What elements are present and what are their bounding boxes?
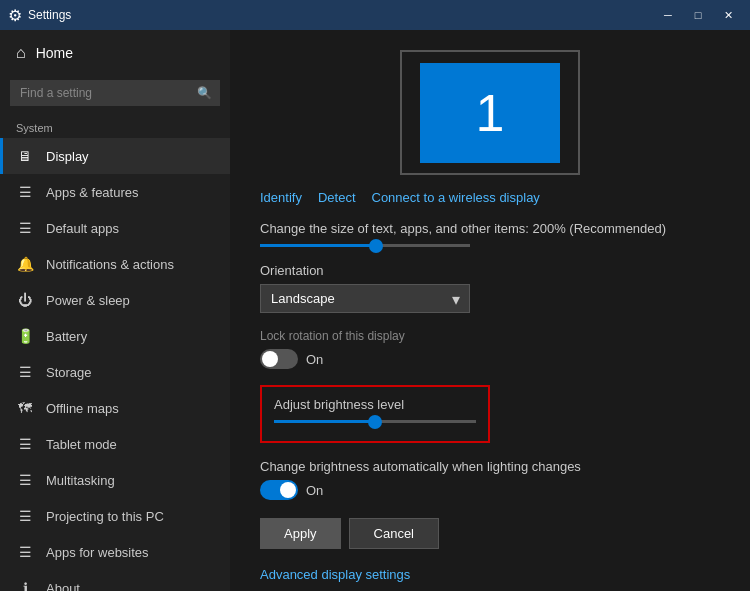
multitasking-icon: ☰ [16, 472, 34, 488]
auto-brightness-toggle-row: On [260, 480, 720, 500]
detect-link[interactable]: Detect [318, 190, 356, 205]
lock-rotation-toggle[interactable] [260, 349, 298, 369]
offline-maps-icon: 🗺 [16, 400, 34, 416]
sidebar-item-projecting[interactable]: ☰ Projecting to this PC [0, 498, 230, 534]
titlebar: ⚙ Settings ─ □ ✕ [0, 0, 750, 30]
brightness-slider-thumb [368, 415, 382, 429]
battery-icon: 🔋 [16, 328, 34, 344]
brightness-slider-fill [274, 420, 375, 423]
scale-slider-thumb [369, 239, 383, 253]
auto-brightness-toggle[interactable] [260, 480, 298, 500]
lock-rotation-label: Lock rotation of this display [260, 329, 720, 343]
sidebar-item-multitasking-label: Multitasking [46, 473, 115, 488]
sidebar-item-display[interactable]: 🖥 Display [0, 138, 230, 174]
lock-rotation-section: Lock rotation of this display On [260, 329, 720, 369]
action-buttons: Apply Cancel [260, 518, 720, 549]
display-links: Identify Detect Connect to a wireless di… [260, 190, 720, 205]
search-box: 🔍 [10, 80, 220, 106]
sidebar-item-tablet-label: Tablet mode [46, 437, 117, 452]
lock-toggle-row: On [260, 349, 720, 369]
orientation-section: Orientation Landscape Portrait Landscape… [260, 263, 720, 313]
sidebar-item-storage-label: Storage [46, 365, 92, 380]
monitor-outer: 1 [400, 50, 580, 175]
app-body: ⌂ Home 🔍 System 🖥 Display ☰ Apps & featu… [0, 30, 750, 591]
auto-brightness-toggle-knob [280, 482, 296, 498]
sidebar: ⌂ Home 🔍 System 🖥 Display ☰ Apps & featu… [0, 30, 230, 591]
notifications-icon: 🔔 [16, 256, 34, 272]
auto-brightness-toggle-text: On [306, 483, 323, 498]
content-area: 1 Identify Detect Connect to a wireless … [230, 30, 750, 591]
sidebar-item-power-label: Power & sleep [46, 293, 130, 308]
orientation-label: Orientation [260, 263, 720, 278]
titlebar-title: Settings [28, 8, 71, 22]
advanced-display-settings-link[interactable]: Advanced display settings [260, 567, 410, 582]
search-input[interactable] [10, 80, 220, 106]
scale-container: Change the size of text, apps, and other… [260, 221, 720, 247]
titlebar-controls: ─ □ ✕ [654, 5, 742, 25]
identify-link[interactable]: Identify [260, 190, 302, 205]
sidebar-item-apps-label: Apps & features [46, 185, 139, 200]
sidebar-item-battery-label: Battery [46, 329, 87, 344]
connect-link[interactable]: Connect to a wireless display [372, 190, 540, 205]
maximize-button[interactable]: □ [684, 5, 712, 25]
sidebar-item-about[interactable]: ℹ About [0, 570, 230, 591]
tablet-icon: ☰ [16, 436, 34, 452]
sidebar-home-button[interactable]: ⌂ Home [0, 30, 230, 76]
storage-icon: ☰ [16, 364, 34, 380]
sidebar-item-apps-websites[interactable]: ☰ Apps for websites [0, 534, 230, 570]
scale-label: Change the size of text, apps, and other… [260, 221, 720, 236]
search-icon: 🔍 [197, 86, 212, 100]
orientation-select[interactable]: Landscape Portrait Landscape (flipped) P… [260, 284, 470, 313]
titlebar-left: ⚙ Settings [8, 6, 71, 25]
default-apps-icon: ☰ [16, 220, 34, 236]
close-button[interactable]: ✕ [714, 5, 742, 25]
sidebar-item-apps[interactable]: ☰ Apps & features [0, 174, 230, 210]
home-icon: ⌂ [16, 44, 26, 62]
projecting-icon: ☰ [16, 508, 34, 524]
brightness-box: Adjust brightness level [260, 385, 490, 443]
system-section-label: System [0, 116, 230, 138]
sidebar-item-apps-websites-label: Apps for websites [46, 545, 149, 560]
auto-brightness-label: Change brightness automatically when lig… [260, 459, 720, 474]
lock-toggle-knob [262, 351, 278, 367]
apps-icon: ☰ [16, 184, 34, 200]
sidebar-item-storage[interactable]: ☰ Storage [0, 354, 230, 390]
sidebar-item-projecting-label: Projecting to this PC [46, 509, 164, 524]
brightness-slider-track[interactable] [274, 420, 476, 423]
settings-gear-icon: ⚙ [8, 6, 22, 25]
apply-button[interactable]: Apply [260, 518, 341, 549]
auto-brightness-section: Change brightness automatically when lig… [260, 459, 720, 500]
display-icon: 🖥 [16, 148, 34, 164]
monitor-number: 1 [476, 83, 505, 143]
monitor-screen: 1 [420, 63, 560, 163]
minimize-button[interactable]: ─ [654, 5, 682, 25]
cancel-button[interactable]: Cancel [349, 518, 439, 549]
apps-websites-icon: ☰ [16, 544, 34, 560]
sidebar-item-offline-maps[interactable]: 🗺 Offline maps [0, 390, 230, 426]
sidebar-item-display-label: Display [46, 149, 89, 164]
sidebar-item-offline-maps-label: Offline maps [46, 401, 119, 416]
sidebar-item-notifications-label: Notifications & actions [46, 257, 174, 272]
orientation-select-wrapper: Landscape Portrait Landscape (flipped) P… [260, 284, 470, 313]
sidebar-item-tablet[interactable]: ☰ Tablet mode [0, 426, 230, 462]
brightness-label: Adjust brightness level [274, 397, 476, 412]
sidebar-item-default-apps-label: Default apps [46, 221, 119, 236]
scale-slider-track[interactable] [260, 244, 470, 247]
sidebar-home-label: Home [36, 45, 73, 61]
power-icon: ⏻ [16, 292, 34, 308]
sidebar-item-battery[interactable]: 🔋 Battery [0, 318, 230, 354]
about-icon: ℹ [16, 580, 34, 591]
sidebar-item-multitasking[interactable]: ☰ Multitasking [0, 462, 230, 498]
sidebar-item-about-label: About [46, 581, 80, 592]
scale-slider-fill [260, 244, 376, 247]
sidebar-item-power[interactable]: ⏻ Power & sleep [0, 282, 230, 318]
sidebar-item-notifications[interactable]: 🔔 Notifications & actions [0, 246, 230, 282]
monitor-preview: 1 [260, 30, 720, 190]
sidebar-item-default-apps[interactable]: ☰ Default apps [0, 210, 230, 246]
lock-toggle-text: On [306, 352, 323, 367]
